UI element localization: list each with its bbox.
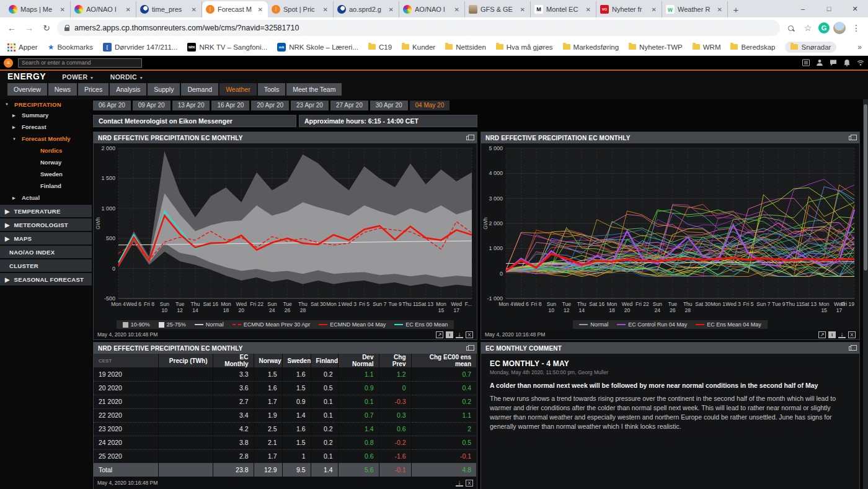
forward-button[interactable]: → — [22, 21, 36, 35]
tab-close-icon[interactable]: ✕ — [585, 6, 592, 13]
popout-icon[interactable] — [849, 346, 854, 351]
browser-tab-spot-pric[interactable]: ⋮Spot | Pric✕ — [268, 1, 334, 17]
sidebar-item-finland[interactable]: Finland — [0, 180, 92, 192]
sidebar-item-precipitation[interactable]: ▼PRECIPITATION — [0, 99, 92, 109]
bookmark-beredskap[interactable]: Beredskap — [730, 43, 775, 51]
tab-close-icon[interactable]: ✕ — [519, 6, 526, 13]
table-row[interactable]: 22 20203.41.91.40.10.70.31.1 — [94, 408, 477, 422]
nav-tab-tools[interactable]: Tools — [258, 83, 286, 96]
page-scrollbar[interactable] — [863, 99, 868, 489]
wifi-icon[interactable] — [857, 59, 864, 66]
browser-tab-weather-r[interactable]: wWeather R✕ — [662, 1, 728, 17]
sidebar-item-forecast[interactable]: ▶Forecast — [0, 121, 92, 133]
nav-tab-supply[interactable]: Supply — [148, 83, 180, 96]
date-tab-20-apr-20[interactable]: 20 Apr 20 — [251, 101, 289, 110]
browser-tab-ao-nao-i[interactable]: AO/NAO I✕ — [399, 1, 465, 17]
reload-button[interactable]: ↻ — [40, 21, 53, 35]
browser-tab-nyheter-fr[interactable]: VGNyheter fr✕ — [596, 1, 662, 17]
bookmark-c19[interactable]: C19 — [368, 43, 392, 51]
menu-power[interactable]: POWER ▼ — [62, 73, 94, 81]
tab-close-icon[interactable]: ✕ — [388, 6, 395, 13]
bookmark-nrk-skole-l-reri[interactable]: nrkNRK Skole – Læreri... — [277, 43, 358, 52]
bookmark-hva-m-gj-res[interactable]: Hva må gjøres — [496, 43, 553, 51]
bookmark-wrm[interactable]: WRM — [693, 43, 721, 51]
nav-tab-news[interactable]: News — [48, 83, 77, 96]
nav-tab-demand[interactable]: Demand — [181, 83, 218, 96]
grammarly-extension-icon[interactable]: G — [818, 22, 830, 34]
nav-tab-analysis[interactable]: Analysis — [110, 83, 146, 96]
search-icon[interactable] — [784, 25, 797, 31]
sidebar-item-nordics[interactable]: Nordics — [0, 145, 92, 156]
sidebar-item-seasonal-forecast[interactable]: ▶SEASONAL FORECAST — [0, 273, 92, 285]
bookmarks-overflow-chevron[interactable]: » — [857, 43, 862, 52]
command-search-input[interactable] — [18, 58, 142, 68]
sidebar-item-meteorologist[interactable]: ▶METEOROLOGIST — [0, 218, 92, 231]
browser-menu-icon[interactable]: ⋮ — [849, 23, 863, 33]
minimize-button[interactable]: – — [790, 0, 816, 17]
column-header-finland[interactable]: Finland — [311, 354, 338, 367]
tab-close-icon[interactable]: ✕ — [190, 6, 198, 13]
date-tab-09-apr-20[interactable]: 09 Apr 20 — [133, 101, 170, 110]
popout-icon[interactable] — [466, 346, 471, 351]
table-row[interactable]: 24 20203.82.11.50.20.8-0.20.5 — [94, 436, 477, 449]
tab-close-icon[interactable]: ✕ — [125, 6, 132, 13]
sidebar-item-nao-ao-index[interactable]: NAO/AO INDEX — [0, 246, 92, 258]
sidebar-item-maps[interactable]: ▶MAPS — [0, 232, 92, 244]
nav-tab-weather[interactable]: Weather — [219, 83, 257, 96]
table-row[interactable]: 25 20202.81.710.10.6-1.6-0.1 — [94, 449, 477, 463]
bookmark-sn-radar[interactable]: Snøradar — [785, 42, 836, 53]
date-tab-04-may-20[interactable]: 04 May 20 — [410, 101, 450, 110]
sidebar-item-temperature[interactable]: ▶TEMPERATURE — [0, 205, 92, 217]
new-tab-button[interactable]: + — [728, 1, 744, 17]
nav-tab-prices[interactable]: Prices — [78, 83, 108, 96]
browser-tab-ao-sprd2-g[interactable]: ao.sprd2.g✕ — [334, 1, 399, 17]
column-header-cest[interactable]: CEST — [94, 354, 158, 367]
date-tab-16-apr-20[interactable]: 16 Apr 20 — [211, 101, 249, 110]
bookmark-bookmarks[interactable]: ★Bookmarks — [48, 43, 93, 52]
column-header-norway[interactable]: Norway — [254, 354, 282, 367]
column-header-sweden[interactable]: Sweden — [282, 354, 311, 367]
tab-close-icon[interactable]: ✕ — [453, 6, 461, 13]
date-tab-30-apr-20[interactable]: 30 Apr 20 — [370, 101, 408, 110]
bookmark-star-icon[interactable]: ☆ — [801, 23, 815, 33]
download-icon[interactable]: ↓ — [838, 331, 846, 338]
close-button[interactable]: ✕ — [842, 0, 868, 17]
browser-tab-gfs-ge[interactable]: GFS & GE✕ — [465, 1, 531, 17]
bell-icon[interactable] — [843, 59, 851, 66]
download-icon[interactable]: ↓ — [456, 480, 463, 487]
excel-export-icon[interactable]: X — [466, 331, 473, 338]
date-tab-06-apr-20[interactable]: 06 Apr 20 — [93, 101, 131, 110]
table-row[interactable]: 20 20203.61.61.50.50.900.4 — [94, 381, 477, 395]
sidebar-item-cluster[interactable]: CLUSTER — [0, 259, 92, 272]
eikon-logo-icon[interactable]: ≡ — [4, 58, 13, 68]
column-header-precip-twh[interactable]: Precip (TWh) — [158, 354, 213, 367]
table-row[interactable]: 19 20203.31.51.60.21.11.20.7 — [94, 367, 477, 381]
chat-icon[interactable] — [830, 59, 837, 66]
column-header-dev-normal[interactable]: Dev Normal — [338, 354, 379, 367]
nav-tab-overview[interactable]: Overview — [7, 83, 47, 96]
date-tab-13-apr-20[interactable]: 13 Apr 20 — [172, 101, 210, 110]
excel-export-icon[interactable]: X — [466, 480, 473, 487]
person-icon[interactable] — [816, 59, 823, 66]
profile-avatar[interactable] — [833, 22, 846, 34]
table-total-row[interactable]: Total23.812.99.51.45.6-0.14.8 — [94, 463, 477, 477]
back-button[interactable]: ← — [5, 21, 19, 35]
bookmark-apper[interactable]: Apper — [6, 43, 38, 51]
bookmark-kunder[interactable]: Kunder — [402, 43, 435, 51]
popout-icon[interactable] — [849, 136, 854, 140]
bookmark-markedsf-ring[interactable]: Markedsføring — [563, 43, 619, 51]
sidebar-item-norway[interactable]: Norway — [0, 156, 92, 168]
browser-tab-forecast-m[interactable]: ⋮Forecast M✕ — [202, 1, 268, 17]
popout-icon[interactable] — [466, 136, 471, 140]
bookmark-nettsiden[interactable]: Nettsiden — [445, 43, 486, 51]
browser-tab-time-pres[interactable]: time_pres✕ — [136, 1, 202, 17]
table-row[interactable]: 21 20202.71.70.90.10.1-0.30.2 — [94, 395, 477, 408]
info-icon[interactable]: i — [446, 331, 453, 338]
bookmark-d-rvrider-147-211[interactable]: [Dørvrider 147/211... — [103, 43, 177, 52]
sidebar-item-sweden[interactable]: Sweden — [0, 168, 92, 180]
tab-close-icon[interactable]: ✕ — [59, 6, 66, 13]
tab-close-icon[interactable]: ✕ — [716, 6, 724, 13]
maximize-button[interactable]: □ — [816, 0, 842, 17]
scrollbar-thumb[interactable] — [864, 104, 867, 271]
tab-close-icon[interactable]: ✕ — [650, 6, 658, 13]
